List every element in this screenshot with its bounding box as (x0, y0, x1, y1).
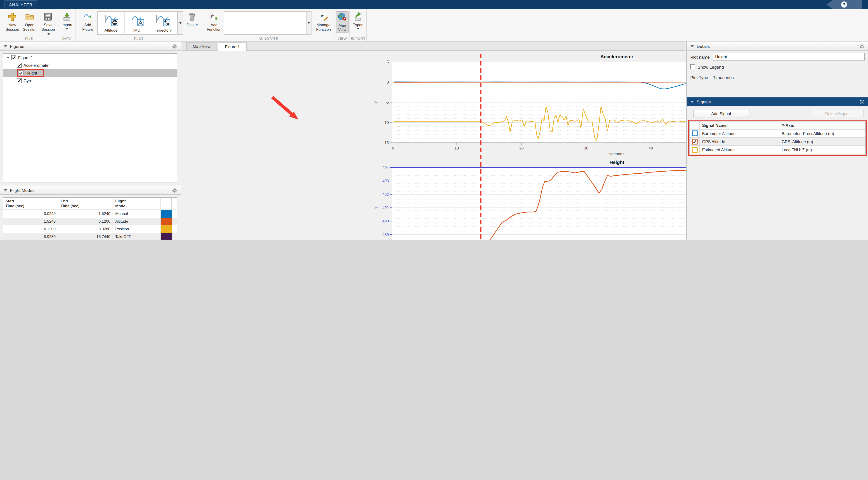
add-signal-button[interactable]: Add Signal (693, 110, 749, 117)
tree-item-gyro[interactable]: Gyro (3, 77, 177, 84)
delete-icon (188, 12, 196, 22)
flight-mode-row[interactable]: 0.02401.5240Manual (3, 210, 177, 218)
open-session-button[interactable]: Open Session (22, 11, 37, 32)
ribbon-help-area: ? (827, 0, 862, 9)
show-legend-label: Show Legend (698, 65, 724, 70)
flight-modes-collapse-icon[interactable] (4, 189, 7, 191)
export-button[interactable]: Export (351, 11, 364, 30)
save-session-caret-icon (48, 33, 50, 35)
annotate-gallery[interactable] (224, 11, 306, 35)
help-button[interactable]: ? (841, 1, 847, 8)
svg-text:fx: fx (321, 14, 323, 18)
flight-mode-row[interactable]: 6.12008.9280Position (3, 225, 177, 233)
delete-button[interactable]: Delete (186, 11, 199, 28)
figures-collapse-icon[interactable] (4, 45, 7, 47)
map-view-toggle[interactable]: Map View (336, 11, 348, 33)
signals-collapse-icon[interactable] (690, 100, 694, 103)
flight-modes-panel-title: Flight Modes (10, 187, 172, 193)
height-checkbox[interactable] (19, 70, 24, 75)
tree-item-accelerometer[interactable]: Accelerometer (3, 61, 177, 69)
col-mode-color (161, 198, 172, 209)
import-button[interactable]: Import (61, 11, 73, 30)
plot-gallery-dropdown[interactable] (178, 11, 183, 35)
ribbon-tabbar: ANALYZER ? (0, 0, 868, 9)
show-legend-checkbox[interactable] (690, 64, 695, 69)
tree-item-height[interactable]: Height (3, 69, 177, 77)
center-panel: Map View Figure 1 -15-10-505010203040506… (182, 41, 685, 240)
toolbar-filler (367, 9, 868, 41)
signals-table: Signal Name Y-Axis Barometer AltitudeBar… (689, 121, 866, 155)
add-figure-button[interactable]: Add Figure (79, 11, 96, 32)
flight-modes-gear-icon[interactable] (172, 187, 177, 193)
col-y-axis[interactable]: Y-Axis (779, 123, 864, 128)
plot-gallery: Attitude IMU Trajectory (97, 11, 178, 35)
gyro-checkbox[interactable] (17, 78, 22, 83)
signal-row[interactable]: Barometer AltitudeBarometer: PressAltitu… (690, 130, 865, 138)
save-session-button[interactable]: Save Session (39, 11, 57, 37)
toolstrip: New Session Open Session Save Session FI… (0, 9, 868, 41)
signal-checkbox[interactable] (692, 131, 698, 136)
tab-figure-1[interactable]: Figure 1 (218, 42, 247, 51)
export-caret-icon (357, 28, 360, 30)
import-caret-icon (66, 28, 68, 30)
attitude-icon (103, 14, 119, 27)
figures-gear-icon[interactable] (172, 43, 177, 48)
tree-item-figure-1[interactable]: Figure 1 (3, 54, 177, 61)
flight-modes-table: Start Time (sec) End Time (sec) Flight M… (3, 197, 177, 240)
svg-text:489: 489 (382, 233, 389, 237)
figure-1-checkbox[interactable] (11, 55, 16, 60)
signal-row[interactable]: GPS AltitudeGPS: Altitude (m) (690, 138, 865, 146)
open-session-icon (25, 12, 35, 22)
plot-template-imu[interactable]: IMU (125, 12, 149, 34)
flight-modes-panel-header[interactable]: Flight Modes (0, 185, 181, 195)
manage-function-button[interactable]: fx Manage Function (313, 11, 334, 32)
tree-expand-icon[interactable] (7, 57, 9, 59)
svg-text:490: 490 (382, 219, 389, 223)
col-end-time[interactable]: End Time (sec) (58, 198, 113, 209)
mode-color-swatch (161, 225, 172, 233)
svg-text:Y: Y (374, 101, 378, 104)
details-gear-icon[interactable] (860, 43, 864, 48)
details-panel-header[interactable]: Details (687, 41, 868, 50)
plot-type-value: Timeseries (713, 75, 734, 80)
col-start-time[interactable]: Start Time (sec) (3, 198, 58, 209)
signals-panel-header[interactable]: Signals (687, 97, 868, 106)
annotate-gallery-dropdown[interactable] (306, 11, 311, 35)
signal-checkbox[interactable] (692, 139, 698, 144)
plot-template-trajectory[interactable]: Trajectory (149, 12, 177, 34)
flight-mode-row[interactable]: 8.928016.7440TakeOFF (3, 233, 177, 240)
plot-name-input[interactable] (713, 53, 865, 61)
col-signal-name[interactable]: Signal Name (700, 122, 779, 129)
signals-panel-title: Signals (697, 99, 860, 104)
svg-text:0: 0 (387, 80, 389, 84)
svg-text:40: 40 (649, 146, 653, 150)
save-session-icon (43, 12, 53, 22)
signals-gear-icon[interactable] (860, 99, 864, 104)
mode-color-swatch (161, 233, 172, 240)
group-label-data: DATA (58, 37, 75, 41)
add-function-button[interactable]: fx Add Function (205, 11, 223, 32)
group-export: Export EXPORT (350, 9, 367, 41)
group-label-file: FILE (0, 37, 58, 41)
flight-mode-row[interactable]: 1.52406.1200Altitude (3, 218, 177, 225)
import-icon (62, 12, 71, 22)
mode-color-swatch (161, 210, 172, 218)
map-view-icon (338, 12, 347, 22)
time-cursor-line[interactable] (480, 54, 481, 240)
delete-signal-button[interactable]: Delete Signal (811, 110, 864, 117)
accelerometer-checkbox[interactable] (17, 63, 22, 68)
col-flight-mode[interactable]: Flight Mode (113, 198, 161, 209)
signal-row[interactable]: Estimated AltitudeLocalENU: Z (m) (690, 146, 865, 154)
tab-map-view[interactable]: Map View (186, 42, 217, 50)
imu-icon (129, 14, 145, 27)
svg-text:494: 494 (382, 166, 389, 170)
signal-checkbox[interactable] (692, 147, 698, 153)
svg-text:Y: Y (374, 206, 378, 209)
tab-analyzer[interactable]: ANALYZER (4, 0, 37, 9)
new-session-button[interactable]: New Session (4, 11, 20, 32)
figures-panel-header[interactable]: Figures (0, 41, 181, 50)
svg-text:20: 20 (519, 146, 524, 150)
details-collapse-icon[interactable] (690, 45, 694, 47)
plot-template-attitude[interactable]: Attitude (98, 12, 125, 34)
mode-color-swatch (161, 218, 172, 225)
